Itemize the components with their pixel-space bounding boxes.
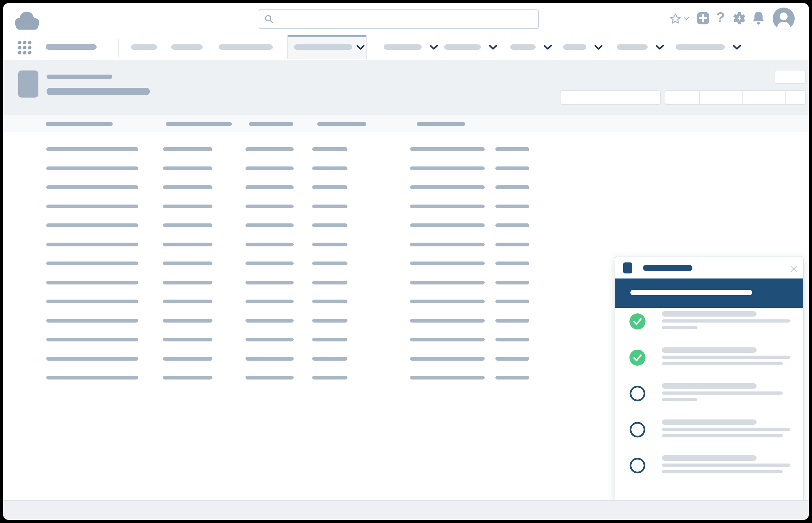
checklist-text-skeleton — [662, 464, 790, 467]
app-window: ? — [3, 3, 809, 520]
search-icon — [264, 15, 274, 24]
nav-tab-2[interactable] — [171, 35, 203, 59]
global-search-input[interactable] — [259, 10, 539, 29]
list-control-button-3[interactable] — [743, 91, 786, 104]
cell-skeleton — [246, 147, 294, 151]
cell-skeleton — [495, 338, 529, 341]
setup-gear-icon — [732, 11, 746, 26]
cell-skeleton — [246, 204, 294, 208]
nav-tab-5[interactable] — [384, 35, 438, 59]
cell-skeleton — [163, 376, 213, 379]
cloud-logo — [12, 8, 43, 32]
nav-tab-label-skeleton — [563, 44, 587, 50]
empty-circle-icon — [629, 385, 646, 401]
list-control-button-4[interactable] — [786, 91, 806, 104]
cell-skeleton — [163, 147, 213, 151]
table-row[interactable] — [3, 178, 809, 197]
cell-skeleton — [46, 262, 138, 265]
cell-skeleton — [410, 319, 485, 323]
nav-tab-selected[interactable] — [287, 35, 367, 59]
table-row[interactable] — [3, 140, 809, 159]
checklist-text-skeleton — [662, 455, 757, 461]
user-avatar[interactable] — [773, 7, 795, 30]
list-control-button-1[interactable] — [665, 91, 700, 104]
checklist-item-5[interactable] — [615, 455, 803, 491]
nav-tab-9[interactable] — [617, 35, 664, 59]
cell-skeleton — [312, 204, 347, 208]
checklist-item-1[interactable] — [615, 311, 803, 346]
cell-skeleton — [312, 338, 347, 341]
chevron-down-icon[interactable] — [544, 45, 552, 50]
cell-skeleton — [410, 338, 485, 341]
cell-skeleton — [410, 185, 485, 189]
checklist-item-4[interactable] — [615, 419, 803, 455]
page-title-skeleton — [47, 75, 112, 79]
list-control-button-2[interactable] — [700, 91, 743, 104]
app-launcher-waffle-icon[interactable] — [18, 41, 32, 55]
header-action-button[interactable] — [775, 70, 806, 84]
nav-tab-label-skeleton — [219, 44, 273, 50]
empty-circle-icon — [629, 422, 646, 438]
cell-skeleton — [410, 300, 485, 303]
cell-skeleton — [246, 262, 294, 265]
cell-skeleton — [246, 166, 294, 170]
cell-skeleton — [495, 147, 529, 151]
table-header-row — [3, 115, 809, 132]
favorites-star-icon — [669, 13, 682, 25]
nav-tab-label-skeleton — [617, 44, 648, 50]
list-view-controls-group — [665, 90, 806, 105]
help-button[interactable]: ? — [714, 3, 727, 35]
table-row[interactable] — [3, 216, 809, 235]
cell-skeleton — [410, 281, 485, 285]
global-header: ? — [3, 3, 809, 36]
checklist-item-2[interactable] — [615, 347, 803, 383]
list-search-box[interactable] — [560, 90, 661, 105]
cell-skeleton — [163, 223, 213, 227]
table-row[interactable] — [3, 159, 809, 178]
cell-skeleton — [495, 376, 529, 379]
nav-tab-1[interactable] — [131, 35, 157, 59]
checklist-text-skeleton — [662, 383, 757, 389]
global-actions-plus-icon — [696, 11, 710, 25]
close-icon[interactable] — [790, 265, 797, 272]
column-header-skeleton — [249, 122, 293, 126]
empty-circle-icon — [629, 457, 646, 474]
chevron-down-icon[interactable] — [489, 45, 497, 50]
app-canvas: ? — [3, 3, 809, 520]
table-row[interactable] — [3, 197, 809, 216]
nav-tab-label-skeleton — [131, 44, 157, 50]
nav-tab-7[interactable] — [510, 35, 552, 59]
nav-tab-3[interactable] — [219, 35, 273, 59]
cell-skeleton — [246, 242, 294, 247]
cell-skeleton — [410, 376, 485, 379]
record-entity-icon-skeleton — [18, 71, 38, 97]
chevron-down-icon[interactable] — [430, 45, 438, 50]
chevron-down-icon[interactable] — [733, 45, 741, 50]
check-circle-icon — [629, 349, 646, 366]
cell-skeleton — [246, 281, 294, 285]
nav-tab-8[interactable] — [563, 35, 603, 59]
chevron-down-icon[interactable] — [656, 45, 664, 50]
column-header-skeleton — [417, 122, 465, 126]
cell-skeleton — [312, 357, 347, 361]
cell-skeleton — [312, 319, 347, 323]
nav-tab-10[interactable] — [676, 35, 741, 59]
onboarding-popup — [615, 256, 804, 500]
chevron-down-icon[interactable] — [357, 45, 364, 50]
cell-skeleton — [163, 242, 213, 247]
nav-tab-6[interactable] — [444, 35, 497, 59]
checklist-text-skeleton — [662, 326, 698, 329]
cell-skeleton — [246, 185, 294, 189]
checklist-item-3[interactable] — [615, 383, 803, 418]
cell-skeleton — [163, 338, 213, 341]
user-avatar-icon — [773, 7, 795, 30]
popup-title-skeleton — [643, 265, 692, 271]
help-icon: ? — [714, 9, 727, 26]
table-row[interactable] — [3, 235, 809, 254]
cell-skeleton — [312, 262, 347, 265]
chevron-down-icon[interactable] — [595, 45, 602, 50]
cell-skeleton — [495, 300, 529, 303]
cell-skeleton — [246, 376, 294, 379]
cell-skeleton — [312, 376, 347, 379]
cell-skeleton — [410, 242, 485, 247]
